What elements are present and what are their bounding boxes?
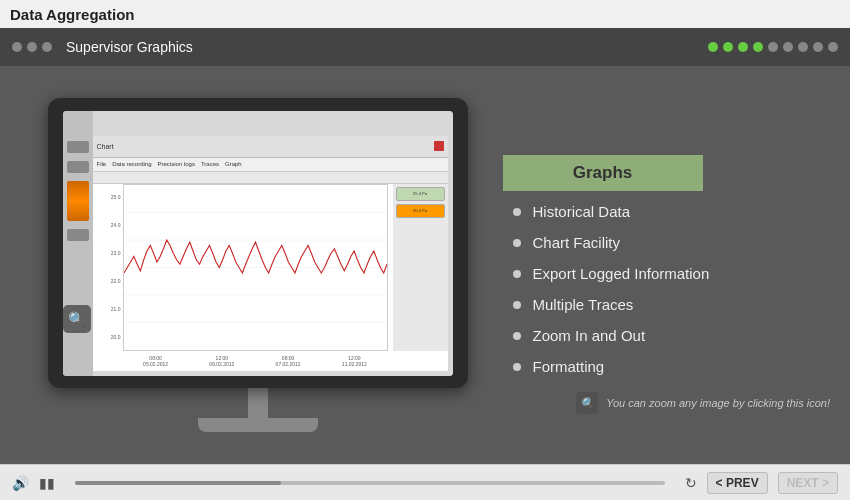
bullet-4 <box>513 301 521 309</box>
zoom-hint-icon[interactable]: 🔍 <box>576 392 598 414</box>
indicator-7[interactable] <box>798 42 808 52</box>
monitor-screen-outer: Chart File Data recording Precision logs… <box>48 98 468 388</box>
indicator-1[interactable] <box>708 42 718 52</box>
bullet-3 <box>513 270 521 278</box>
menu-file[interactable]: File <box>97 161 107 167</box>
feature-label-historical: Historical Data <box>533 203 631 220</box>
bullet-5 <box>513 332 521 340</box>
chart-menubar: File Data recording Precision logs Trace… <box>93 158 448 172</box>
chart-plot-area <box>123 184 388 351</box>
indicator-2[interactable] <box>723 42 733 52</box>
zoom-hint: 🔍 You can zoom any image by clicking thi… <box>576 392 830 414</box>
feature-label-traces: Multiple Traces <box>533 296 634 313</box>
x-label-3: 08:0007.02.2012 <box>276 355 301 367</box>
prev-button[interactable]: < PREV <box>707 472 768 494</box>
feature-label-chart: Chart Facility <box>533 234 621 251</box>
bullet-6 <box>513 363 521 371</box>
topbar-title: Supervisor Graphics <box>66 39 708 55</box>
top-bar: Supervisor Graphics <box>0 28 850 66</box>
monitor-base <box>198 418 318 432</box>
chart-title-text: Chart <box>97 143 114 150</box>
chart-titlebar: Chart <box>93 136 448 158</box>
chart-right-panel: 25.4 Pa 20.4 Pa <box>393 184 448 351</box>
feature-item-export: Export Logged Information <box>513 265 710 282</box>
chart-svg <box>124 185 387 350</box>
nav-controls: < PREV NEXT > <box>707 472 838 494</box>
feature-item-historical: Historical Data <box>513 203 710 220</box>
y-label-5: 21.0 <box>111 306 121 312</box>
menu-precisionlogs[interactable]: Precision logs <box>158 161 195 167</box>
x-label-1: 08:0005.02.2012 <box>143 355 168 367</box>
y-label-4: 22.0 <box>111 278 121 284</box>
chart-window: Chart File Data recording Precision logs… <box>63 111 453 376</box>
progress-bar-container[interactable] <box>75 481 665 485</box>
refresh-icon[interactable]: ↻ <box>685 475 697 491</box>
chart-toolbar <box>93 172 448 184</box>
left-orange-bar <box>67 181 89 221</box>
chart-close-btn[interactable] <box>434 141 444 151</box>
left-item-3 <box>67 229 89 241</box>
left-item-2 <box>67 161 89 173</box>
indicator-8[interactable] <box>813 42 823 52</box>
monitor-screen-inner: Chart File Data recording Precision logs… <box>63 111 453 376</box>
monitor-neck <box>248 388 268 418</box>
feature-item-traces: Multiple Traces <box>513 296 710 313</box>
bullet-2 <box>513 239 521 247</box>
dot-2 <box>27 42 37 52</box>
feature-label-zoom: Zoom In and Out <box>533 327 646 344</box>
indicator-4[interactable] <box>753 42 763 52</box>
indicator-5[interactable] <box>768 42 778 52</box>
bullet-1 <box>513 208 521 216</box>
chart-main: Chart File Data recording Precision logs… <box>93 136 448 371</box>
y-label-2: 24.0 <box>111 222 121 228</box>
window-controls <box>12 42 52 52</box>
x-label-2: 12:0006.02.2012 <box>209 355 234 367</box>
feature-label-formatting: Formatting <box>533 358 605 375</box>
feature-item-zoom: Zoom In and Out <box>513 327 710 344</box>
dot-1 <box>12 42 22 52</box>
dot-3 <box>42 42 52 52</box>
pause-button[interactable]: ▮▮ <box>39 475 55 491</box>
menu-traces[interactable]: Traces <box>201 161 219 167</box>
monitor: Chart File Data recording Precision logs… <box>48 98 468 432</box>
chart-x-axis: 08:0005.02.2012 12:0006.02.2012 08:0007.… <box>123 351 388 371</box>
indicator-6[interactable] <box>783 42 793 52</box>
legend-item-1: 25.4 Pa <box>396 187 445 201</box>
menu-graph[interactable]: Graph <box>225 161 242 167</box>
y-label-3: 23.0 <box>111 250 121 256</box>
zoom-icon-monitor[interactable]: 🔍 <box>63 305 91 333</box>
zoom-hint-text: You can zoom any image by clicking this … <box>606 397 830 409</box>
volume-icon[interactable]: 🔊 <box>12 475 29 491</box>
chart-y-axis: 25.0 24.0 23.0 22.0 21.0 20.0 <box>93 184 123 351</box>
bottom-bar: 🔊 ▮▮ ↻ < PREV NEXT > <box>0 464 850 500</box>
chart-left-panel <box>63 111 93 376</box>
y-label-1: 25.0 <box>111 194 121 200</box>
progress-bar-fill <box>75 481 281 485</box>
menu-datarecording[interactable]: Data recording <box>112 161 151 167</box>
right-panel: Graphs Historical Data Chart Facility Ex… <box>503 155 803 375</box>
x-label-4: 12:0011.02.2012 <box>342 355 367 367</box>
feature-label-export: Export Logged Information <box>533 265 710 282</box>
slide-indicators <box>708 42 838 52</box>
feature-item-formatting: Formatting <box>513 358 710 375</box>
indicator-9[interactable] <box>828 42 838 52</box>
feature-list: Historical Data Chart Facility Export Lo… <box>503 203 710 375</box>
feature-item-chart: Chart Facility <box>513 234 710 251</box>
graphs-header: Graphs <box>503 155 703 191</box>
indicator-3[interactable] <box>738 42 748 52</box>
main-content: Chart File Data recording Precision logs… <box>0 66 850 464</box>
left-item-1 <box>67 141 89 153</box>
legend-item-2: 20.4 Pa <box>396 204 445 218</box>
y-label-6: 20.0 <box>111 334 121 340</box>
next-button[interactable]: NEXT > <box>778 472 838 494</box>
page-title: Data Aggregation <box>10 6 134 23</box>
